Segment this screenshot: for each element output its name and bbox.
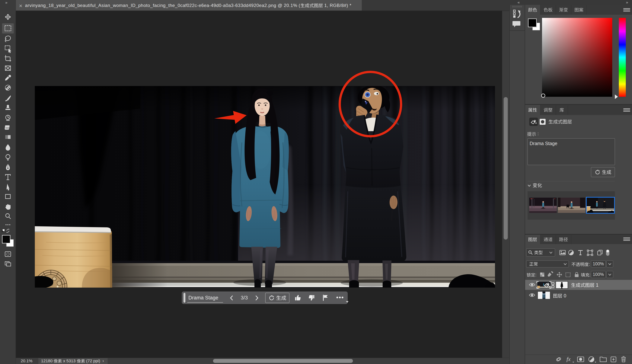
svg-text:fx: fx: [566, 356, 571, 362]
